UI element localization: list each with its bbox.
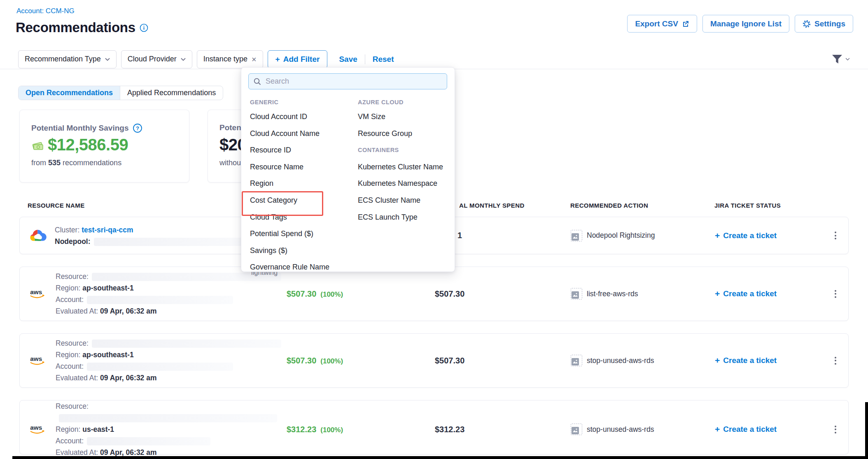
filter-options-cloud-column: AZURE CLOUD VM Size Resource Group CONTA…	[358, 96, 453, 225]
reset-filter-button[interactable]: Reset	[373, 55, 394, 64]
plus-icon: +	[715, 231, 720, 241]
screenshot-frame-edge	[12, 456, 868, 459]
chip-label: Instance type	[203, 55, 247, 63]
region-value: us-east-1	[82, 425, 114, 433]
create-ticket-label: Create a ticket	[723, 356, 777, 365]
header-actions: Export CSV Manage Ignore List Settings	[627, 15, 853, 33]
add-filter-button[interactable]: + Add Filter	[268, 50, 328, 68]
recommended-action-cell: stop-unused-aws-rds	[571, 424, 715, 435]
filter-option-vm-size[interactable]: VM Size	[358, 108, 453, 125]
gcp-logo	[29, 229, 47, 243]
filter-chip-recommendation-type[interactable]: Recommendation Type	[18, 50, 117, 68]
filter-options-generic-column: GENERIC Cloud Account ID Cloud Account N…	[250, 96, 353, 276]
tab-open-recommendations[interactable]: Open Recommendations	[19, 86, 120, 100]
redacted-value	[92, 340, 281, 348]
filter-option-ecs-cluster-name[interactable]: ECS Cluster Name	[358, 192, 453, 209]
search-input[interactable]	[265, 77, 442, 86]
filter-option-cloud-tags[interactable]: Cloud Tags	[250, 209, 353, 226]
region-value: ap-southeast-1	[82, 351, 133, 359]
filter-panel-toggle[interactable]	[832, 54, 850, 64]
filter-option-governance-rule-name[interactable]: Governance Rule Name	[250, 259, 353, 276]
filter-option-ecs-launch-type[interactable]: ECS Launch Type	[358, 209, 453, 226]
add-filter-dropdown: GENERIC Cloud Account ID Cloud Account N…	[241, 67, 455, 272]
settings-button[interactable]: Settings	[795, 15, 853, 33]
region-value: ap-southeast-1	[82, 284, 133, 292]
savings-percent: (100%)	[320, 290, 343, 299]
chip-label: Recommendation Type	[25, 55, 101, 63]
create-ticket-button[interactable]: + Create a ticket	[715, 231, 822, 241]
create-ticket-button[interactable]: + Create a ticket	[715, 424, 822, 434]
filter-option-region[interactable]: Region	[250, 175, 353, 192]
row-menu-button[interactable]	[822, 357, 849, 365]
plus-icon: +	[715, 289, 720, 299]
cluster-link[interactable]: test-sri-qa-ccm	[82, 226, 133, 234]
redacted-value	[87, 437, 210, 445]
divider	[365, 54, 365, 64]
create-ticket-label: Create a ticket	[723, 425, 777, 434]
monthly-savings-cell: $312.23 (100%)	[287, 425, 435, 434]
filter-option-kubernetes-namespace[interactable]: Kubernetes Namespace	[358, 175, 453, 192]
tab-applied-recommendations[interactable]: Applied Recommendations	[120, 86, 223, 100]
close-icon[interactable]: ×	[252, 55, 257, 63]
monthly-spend-value: $312.23	[435, 425, 571, 434]
recommended-action-cell: list-free-aws-rds	[571, 288, 715, 300]
broken-image-icon	[571, 230, 582, 241]
account-label: Account:	[56, 295, 84, 304]
resource-label: Resource:	[56, 339, 89, 347]
manage-ignore-list-label: Manage Ignore List	[710, 19, 782, 28]
filter-option-resource-name[interactable]: Resource Name	[250, 159, 353, 176]
row-menu-button[interactable]	[822, 426, 849, 433]
gear-icon	[803, 20, 811, 28]
chip-label: Cloud Provider	[128, 55, 177, 63]
filter-chip-cloud-provider[interactable]: Cloud Provider	[121, 50, 192, 68]
filter-option-cost-category[interactable]: Cost Category	[250, 192, 353, 209]
breadcrumb[interactable]: Account: CCM-NG	[16, 7, 75, 15]
account-label: Account:	[56, 362, 84, 370]
card-title-fragment: Poten	[219, 123, 241, 132]
savings-value: $507.30	[287, 289, 316, 299]
redacted-value	[87, 296, 233, 304]
row-menu-button[interactable]	[822, 232, 849, 239]
recommended-action-cell: Nodepool Rightsizing	[571, 230, 715, 241]
table-row[interactable]: aws Resource: Region: us-east-1 Account:…	[19, 400, 849, 454]
export-csv-label: Export CSV	[635, 19, 678, 28]
svg-text:aws: aws	[30, 424, 42, 431]
save-filter-button[interactable]: Save	[339, 55, 357, 64]
filter-option-potential-spend[interactable]: Potential Spend ($)	[250, 225, 353, 242]
create-ticket-button[interactable]: + Create a ticket	[715, 356, 822, 365]
recommended-action-label: stop-unused-aws-rds	[587, 356, 654, 365]
region-label: Region:	[56, 284, 80, 292]
export-csv-button[interactable]: Export CSV	[627, 15, 697, 33]
svg-text:aws: aws	[30, 355, 42, 362]
info-icon[interactable]	[140, 23, 148, 32]
redacted-value	[87, 363, 233, 371]
evaluated-at-value: 09 Apr, 06:32 am	[100, 307, 157, 315]
recommended-action-label: stop-unused-aws-rds	[587, 425, 654, 434]
filter-option-cloud-account-id[interactable]: Cloud Account ID	[250, 108, 353, 125]
plus-icon: +	[715, 356, 720, 365]
evaluated-at-value: 09 Apr, 06:32 am	[100, 448, 157, 457]
monthly-savings-cell: $507.30 (100%)	[287, 289, 435, 299]
table-row[interactable]: aws Resource: Region: ap-southeast-1 Acc…	[19, 333, 849, 388]
chevron-down-icon	[105, 58, 110, 61]
evaluated-at-value: 09 Apr, 06:32 am	[100, 374, 157, 382]
filter-option-resource-id[interactable]: Resource ID	[250, 142, 353, 159]
create-ticket-button[interactable]: + Create a ticket	[715, 289, 822, 299]
filter-option-cloud-account-name[interactable]: Cloud Account Name	[250, 125, 353, 142]
filter-option-resource-group[interactable]: Resource Group	[358, 125, 453, 142]
filter-bar: Recommendation Type Cloud Provider Insta…	[18, 50, 850, 68]
external-link-icon	[682, 20, 689, 28]
filter-option-kubernetes-cluster-name[interactable]: Kubernetes Cluster Name	[358, 159, 453, 176]
add-filter-label: Add Filter	[283, 55, 320, 64]
table-row[interactable]: aws Resource: Region: ap-southeast-1 Acc…	[19, 267, 849, 321]
manage-ignore-list-button[interactable]: Manage Ignore List	[702, 15, 789, 33]
savings-subtext: from 535 recommendations	[31, 159, 121, 167]
row-menu-button[interactable]	[822, 290, 849, 298]
help-icon[interactable]: ?	[133, 123, 142, 133]
filter-option-savings[interactable]: Savings ($)	[250, 242, 353, 259]
search-box[interactable]	[248, 73, 447, 89]
aws-logo: aws	[29, 287, 47, 300]
savings-value: $312.23	[287, 425, 316, 434]
evaluated-at-label: Evaluated At:	[56, 307, 98, 315]
filter-chip-instance-type[interactable]: Instance type ×	[197, 50, 263, 68]
